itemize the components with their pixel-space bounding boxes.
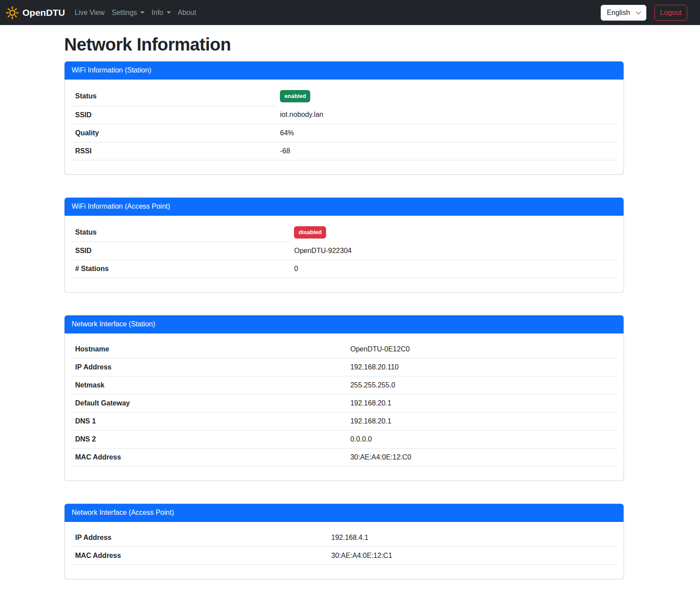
row-value: OpenDTU-922304 <box>290 242 617 260</box>
table-row: Hostname OpenDTU-0E12C0 <box>72 340 617 358</box>
row-label: DNS 1 <box>72 412 347 431</box>
row-value: 64% <box>276 124 617 142</box>
row-value: disabled <box>290 223 617 242</box>
row-label: # Stations <box>72 260 290 278</box>
row-label: RSSI <box>72 142 276 160</box>
info-card: WiFi Information (Access Point) Status d… <box>64 197 624 293</box>
brand-link[interactable]: OpenDTU <box>6 6 65 20</box>
row-label: IP Address <box>72 529 328 547</box>
table-row: IP Address 192.168.20.110 <box>72 358 617 376</box>
nav-item-live-view[interactable]: Live View <box>71 4 108 22</box>
language-select[interactable]: English <box>601 5 646 21</box>
row-value: 255.255.255.0 <box>347 376 617 394</box>
main-content: Network Information WiFi Information (St… <box>64 25 624 579</box>
row-label: Hostname <box>72 340 347 358</box>
table-row: # Stations 0 <box>72 260 617 278</box>
table-row: Status enabled <box>72 87 617 106</box>
row-value: iot.nobody.lan <box>276 106 617 124</box>
navbar: OpenDTU Live View Settings Info About En… <box>0 0 700 25</box>
info-card: Network Interface (Access Point) IP Addr… <box>64 503 624 579</box>
info-card: Network Interface (Station) Hostname Ope… <box>64 315 624 481</box>
card-body: Status disabled SSID OpenDTU-922304 # St… <box>65 216 624 293</box>
status-badge: enabled <box>280 90 310 102</box>
table-row: SSID OpenDTU-922304 <box>72 242 617 260</box>
table-row: Status disabled <box>72 223 617 242</box>
nav-item-label: About <box>178 7 196 18</box>
nav-item-about[interactable]: About <box>174 4 200 22</box>
row-label: Default Gateway <box>72 394 347 412</box>
status-badge: disabled <box>294 226 326 239</box>
navbar-right: English Logout <box>601 5 687 21</box>
card-body: IP Address 192.168.4.1 MAC Address 30:AE… <box>65 522 624 579</box>
row-value: 30:AE:A4:0E:12:C1 <box>328 547 617 565</box>
table-row: Netmask 255.255.255.0 <box>72 376 617 394</box>
card-header: Network Interface (Access Point) <box>65 504 624 522</box>
row-value: 192.168.20.1 <box>347 394 617 412</box>
row-value: 192.168.20.1 <box>347 412 617 431</box>
row-label: Status <box>72 87 276 106</box>
row-label: SSID <box>72 106 276 124</box>
chevron-down-icon <box>140 11 145 14</box>
row-value: 0.0.0.0 <box>347 431 617 449</box>
table-row: MAC Address 30:AE:A4:0E:12:C1 <box>72 547 617 565</box>
row-label: MAC Address <box>72 547 328 565</box>
card-list: WiFi Information (Station) Status enable… <box>64 61 624 579</box>
language-select-value: English <box>607 7 630 18</box>
page-title: Network Information <box>64 34 624 55</box>
row-label: Netmask <box>72 376 347 394</box>
table-row: Quality 64% <box>72 124 617 142</box>
row-value: -68 <box>276 142 617 160</box>
row-label: DNS 2 <box>72 431 347 449</box>
table-row: Default Gateway 192.168.20.1 <box>72 394 617 412</box>
sun-icon <box>6 6 19 19</box>
table-row: DNS 1 192.168.20.1 <box>72 412 617 431</box>
card-header: WiFi Information (Station) <box>65 62 624 80</box>
row-value: 0 <box>290 260 617 278</box>
card-body: Hostname OpenDTU-0E12C0 IP Address 192.1… <box>65 333 624 481</box>
nav-item-settings[interactable]: Settings <box>108 4 148 22</box>
chevron-down-icon <box>636 9 641 14</box>
row-value: enabled <box>276 87 617 106</box>
nav-links: Live View Settings Info About <box>71 4 200 22</box>
row-label: MAC Address <box>72 449 347 467</box>
row-label: Status <box>72 223 290 242</box>
info-table: Status enabled SSID iot.nobody.lan Quali… <box>72 87 617 160</box>
table-row: RSSI -68 <box>72 142 617 160</box>
info-table: Status disabled SSID OpenDTU-922304 # St… <box>72 223 617 279</box>
row-label: Quality <box>72 124 276 142</box>
card-body: Status enabled SSID iot.nobody.lan Quali… <box>65 80 624 174</box>
nav-item-label: Settings <box>112 7 137 18</box>
logout-button[interactable]: Logout <box>654 5 687 21</box>
nav-item-label: Live View <box>75 7 105 18</box>
row-value: 30:AE:A4:0E:12:C0 <box>347 449 617 467</box>
info-card: WiFi Information (Station) Status enable… <box>64 61 624 175</box>
row-label: IP Address <box>72 358 347 376</box>
card-header: Network Interface (Station) <box>65 315 624 333</box>
nav-item-label: Info <box>152 7 163 18</box>
info-table: IP Address 192.168.4.1 MAC Address 30:AE… <box>72 529 617 565</box>
row-value: OpenDTU-0E12C0 <box>347 340 617 358</box>
card-header: WiFi Information (Access Point) <box>65 198 624 216</box>
row-value: 192.168.20.110 <box>347 358 617 376</box>
table-row: DNS 2 0.0.0.0 <box>72 431 617 449</box>
row-value: 192.168.4.1 <box>328 529 617 547</box>
chevron-down-icon <box>167 11 171 14</box>
table-row: IP Address 192.168.4.1 <box>72 529 617 547</box>
table-row: SSID iot.nobody.lan <box>72 106 617 124</box>
table-row: MAC Address 30:AE:A4:0E:12:C0 <box>72 449 617 467</box>
row-label: SSID <box>72 242 290 260</box>
nav-item-info[interactable]: Info <box>148 4 174 22</box>
info-table: Hostname OpenDTU-0E12C0 IP Address 192.1… <box>72 340 617 467</box>
brand-label: OpenDTU <box>22 6 65 20</box>
